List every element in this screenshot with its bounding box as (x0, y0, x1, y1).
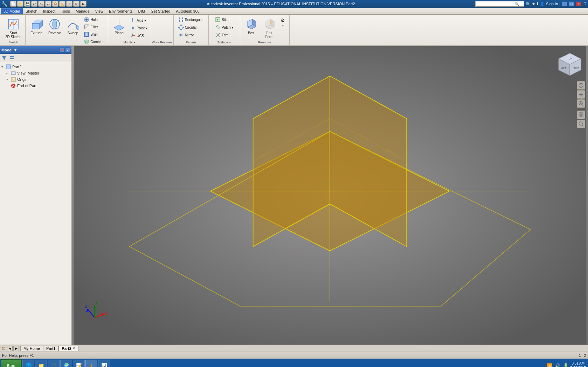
menu-tools[interactable]: Tools (58, 8, 73, 14)
revolve-button[interactable]: Revolve (46, 16, 63, 36)
qat-save-btn[interactable]: 💾 (24, 1, 30, 7)
search-input[interactable] (476, 2, 515, 6)
point-button[interactable]: Point ▾ (129, 24, 149, 31)
viewport[interactable]: Z X Y TOP (72, 46, 588, 345)
titlebar-search[interactable]: 🔍 (475, 1, 524, 7)
panel-pin-button[interactable]: 📌 (60, 48, 64, 52)
menu-inspect[interactable]: Inspect (40, 8, 58, 14)
expand-view-master-icon[interactable]: ▸ (6, 72, 11, 75)
view-cube[interactable]: TOP LEFT RIGHT (556, 50, 584, 78)
taskbar-ie-button[interactable]: 🌐 (22, 360, 34, 367)
stitch-button[interactable]: Stitch (214, 16, 232, 23)
menu-3dmodel[interactable]: 3D Model (1, 8, 23, 14)
tab-prev-icon[interactable]: ◀ (7, 346, 13, 351)
qat-redo-btn[interactable]: ↪ (38, 1, 44, 7)
svg-rect-107 (579, 113, 581, 114)
signin-text[interactable]: Sign In (546, 2, 558, 6)
start-button[interactable]: Start (1, 359, 22, 367)
box-button[interactable]: Box (242, 16, 260, 36)
menu-view[interactable]: View (92, 8, 106, 14)
collapse-all-button[interactable] (8, 55, 15, 61)
surface-dropdown-icon[interactable]: ▼ (229, 41, 231, 44)
combine-button[interactable]: Combine (82, 38, 106, 45)
workfeatures-group-label: Work Features (152, 41, 173, 44)
svg-line-26 (131, 36, 133, 37)
qat-print-btn[interactable]: 🖨 (45, 1, 51, 7)
shell-label: Shell (90, 33, 98, 36)
hole-button[interactable]: Hole (82, 16, 106, 23)
tree-item-end-of-part[interactable]: End of Part (1, 83, 71, 89)
tree-item-origin[interactable]: ▾ O Origin (1, 76, 71, 83)
zoom-button[interactable] (577, 99, 585, 108)
tab-part1[interactable]: Part1 (43, 346, 58, 351)
menu-environments[interactable]: Environments (106, 8, 135, 14)
svg-point-10 (85, 19, 88, 21)
ucs-icon (130, 33, 136, 38)
taskbar-chrome-button[interactable]: 🌍 (60, 360, 72, 367)
circular-icon (178, 24, 184, 30)
panel-close-button[interactable]: × (65, 48, 70, 52)
menu-sketch[interactable]: Sketch (23, 8, 40, 14)
svg-marker-100 (580, 96, 582, 97)
pan-button[interactable] (577, 90, 585, 99)
page-total: 2 (584, 353, 586, 358)
trim-button[interactable]: Trim (214, 31, 230, 38)
circular-button[interactable]: Circular (177, 24, 198, 31)
svg-marker-102 (582, 94, 583, 95)
menu-autodesk360[interactable]: Autodesk 360 (173, 8, 202, 14)
taskbar-media-button[interactable]: 🎵 (48, 360, 60, 367)
patch-button[interactable]: Patch ▾ (214, 24, 235, 31)
tab-part2-close-icon[interactable]: ✕ (72, 347, 75, 350)
orbit-button[interactable] (577, 81, 585, 90)
restore-button[interactable]: □ (569, 1, 574, 6)
tab-home-icon[interactable]: 🏠 (1, 346, 6, 351)
taskbar-ppt-button[interactable]: 📊 (98, 360, 110, 367)
menu-bim[interactable]: BIM (136, 8, 148, 14)
ucs-button[interactable]: UCS (129, 32, 149, 39)
extrude-button[interactable]: Extrude (28, 16, 45, 36)
view-master-label: View: Master (17, 71, 39, 75)
qat-custom-btn[interactable]: 🏠 (52, 1, 58, 7)
qat-open-btn[interactable]: 📂 (17, 1, 23, 7)
freeform-options-button[interactable]: ⚙ (279, 17, 286, 24)
sweep-button[interactable]: Sweep (64, 16, 82, 36)
ribbon-group-pattern: Rectangular Circular Mirror Pattern (174, 15, 209, 45)
tab-myhome[interactable]: My Home (20, 346, 43, 351)
qat-fx-btn[interactable]: fx (73, 1, 79, 7)
qat-new-btn[interactable]: 📄 (10, 1, 16, 7)
tree-item-view-master[interactable]: ▸ View: Master (1, 70, 71, 76)
tab-part2[interactable]: Part2 ✕ (58, 346, 78, 351)
mirror-button[interactable]: Mirror (177, 31, 195, 38)
menu-getstarted[interactable]: Get Started (148, 8, 173, 14)
start-2d-sketch-button[interactable]: Start2D Sketch (4, 16, 23, 40)
taskbar-explorer-button[interactable]: 📁 (35, 360, 47, 367)
system-clock[interactable]: 8:51 AM 5/20/2015 (570, 361, 586, 367)
qat-extra-btn[interactable]: ▶ (80, 1, 87, 7)
zoom-selected-button[interactable] (577, 120, 585, 128)
expand-part2-icon[interactable]: ▾ (1, 65, 6, 69)
edit-form-button[interactable]: EditForm (261, 16, 278, 40)
taskbar-inventor-button[interactable]: I (85, 360, 97, 367)
minimize-button[interactable]: – (562, 1, 567, 6)
qat-misc-btn[interactable]: 📐 (59, 1, 65, 7)
shell-button[interactable]: Shell (82, 31, 106, 38)
expand-origin-icon[interactable]: ▾ (6, 78, 11, 81)
qat-undo-btn[interactable]: ↩ (31, 1, 37, 7)
rectangular-button[interactable]: Rectangular (177, 16, 205, 23)
modify-dropdown-icon[interactable]: ▼ (133, 41, 136, 44)
plane-button[interactable]: Plane (110, 16, 128, 36)
3d-scene (72, 46, 588, 345)
fillet-button[interactable]: Fillet (82, 23, 106, 30)
menu-manage[interactable]: Manage (73, 8, 92, 14)
filter-button[interactable] (1, 55, 8, 61)
taskbar-notepad-button[interactable]: 📝 (73, 360, 85, 367)
axis-button[interactable]: Axis ▾ (129, 17, 149, 24)
close-button[interactable]: × (576, 1, 581, 6)
qat-arrow-btn[interactable]: ↗ (66, 1, 72, 7)
main-area: Model ▼ 📌 × ▾ P Part2 (0, 46, 588, 345)
tab-next-icon[interactable]: ▶ (13, 346, 19, 351)
zoom-all-button[interactable] (577, 111, 585, 119)
help-icon[interactable]: ? (584, 1, 587, 6)
svg-rect-27 (179, 17, 180, 19)
tree-item-part2[interactable]: ▾ P Part2 (1, 64, 71, 70)
